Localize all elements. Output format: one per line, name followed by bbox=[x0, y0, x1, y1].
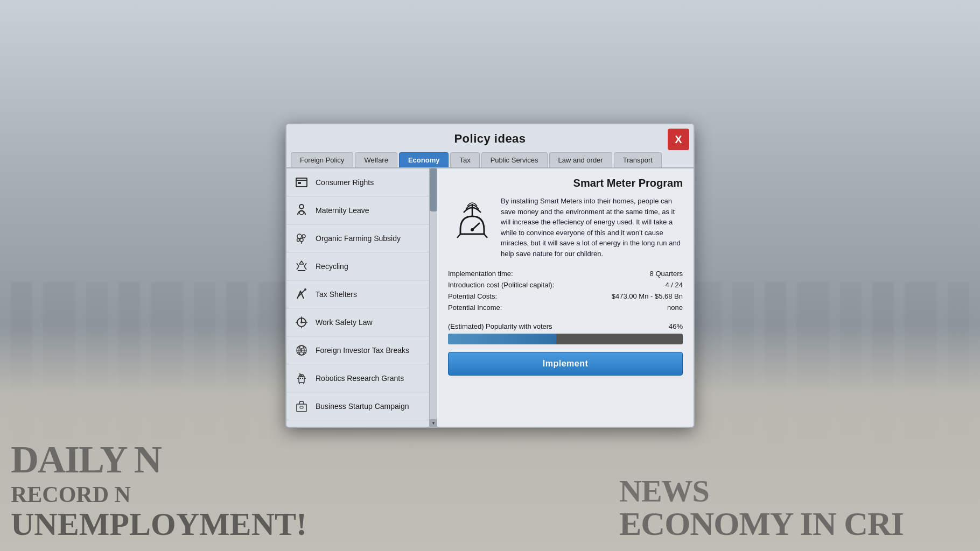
svg-rect-14 bbox=[299, 376, 304, 383]
tab-tax[interactable]: Tax bbox=[450, 152, 479, 167]
potential-costs-value: $473.00 Mn - $5.68 Bn bbox=[612, 292, 683, 300]
svg-point-4 bbox=[297, 234, 302, 238]
detail-description: By installing Smart Meters into their ho… bbox=[501, 196, 683, 259]
robotics-grants-icon: $ bbox=[293, 370, 310, 387]
scrollbar-thumb[interactable] bbox=[430, 168, 437, 211]
modal-overlay: Policy ideas X Foreign Policy Welfare Ec… bbox=[0, 0, 980, 551]
svg-rect-17 bbox=[300, 378, 301, 379]
introduction-cost-label: Introduction cost (Political capital): bbox=[448, 281, 554, 289]
svg-point-27 bbox=[471, 228, 474, 231]
modal-title-bar: Policy ideas X bbox=[286, 124, 694, 150]
close-button[interactable]: X bbox=[668, 129, 689, 150]
tab-foreign-policy[interactable]: Foreign Policy bbox=[291, 152, 353, 167]
policy-item-foreign-investor[interactable]: $ Foreign Investor Tax Breaks bbox=[286, 336, 437, 364]
stat-potential-income: Potential Income: none bbox=[448, 303, 683, 312]
tab-economy[interactable]: Economy bbox=[399, 152, 449, 167]
policy-ideas-modal: Policy ideas X Foreign Policy Welfare Ec… bbox=[285, 123, 695, 428]
tab-welfare[interactable]: Welfare bbox=[355, 152, 397, 167]
popularity-progress-bar bbox=[448, 334, 683, 344]
work-safety-icon bbox=[293, 314, 310, 331]
detail-panel: Smart Meter Program bbox=[437, 168, 694, 427]
policy-item-national-business[interactable]: National Business Council bbox=[286, 420, 437, 427]
potential-income-label: Potential Income: bbox=[448, 303, 502, 312]
foreign-investor-label: Foreign Investor Tax Breaks bbox=[316, 346, 409, 355]
recycling-label: Recycling bbox=[316, 262, 348, 271]
stat-implementation-time: Implementation time: 8 Quarters bbox=[448, 270, 683, 278]
popularity-progress-fill bbox=[448, 334, 556, 344]
svg-point-7 bbox=[297, 238, 300, 241]
foreign-investor-icon: $ bbox=[293, 342, 310, 359]
tab-public-services[interactable]: Public Services bbox=[481, 152, 548, 167]
policy-item-recycling[interactable]: Recycling bbox=[286, 252, 437, 280]
svg-rect-21 bbox=[300, 406, 303, 408]
popularity-percent: 46% bbox=[669, 322, 683, 330]
svg-rect-1 bbox=[298, 182, 301, 184]
policy-item-work-safety[interactable]: Work Safety Law bbox=[286, 308, 437, 336]
stat-potential-costs: Potential Costs: $473.00 Mn - $5.68 Bn bbox=[448, 292, 683, 300]
svg-rect-18 bbox=[302, 378, 303, 379]
svg-point-6 bbox=[300, 238, 303, 242]
policy-item-robotics-grants[interactable]: $ Robotics Research Grants bbox=[286, 364, 437, 392]
svg-point-2 bbox=[299, 204, 304, 209]
maternity-leave-icon bbox=[293, 202, 310, 219]
svg-point-16 bbox=[301, 375, 302, 376]
maternity-leave-label: Maternity Leave bbox=[316, 206, 369, 215]
introduction-cost-value: 4 / 24 bbox=[665, 281, 683, 289]
popularity-text: (Estimated) Popularity with voters bbox=[448, 322, 552, 330]
svg-rect-20 bbox=[297, 404, 306, 412]
business-startup-label: Business Startup Campaign bbox=[316, 402, 409, 411]
tab-law-and-order[interactable]: Law and order bbox=[549, 152, 612, 167]
svg-point-10 bbox=[300, 321, 303, 323]
recycling-icon bbox=[293, 258, 310, 275]
scrollbar-track[interactable]: ▲ ▼ bbox=[429, 168, 437, 427]
svg-point-8 bbox=[304, 288, 306, 291]
implementation-time-label: Implementation time: bbox=[448, 270, 513, 278]
detail-smart-meter-icon bbox=[448, 196, 496, 244]
consumer-rights-icon bbox=[293, 174, 310, 191]
consumer-rights-label: Consumer Rights bbox=[316, 178, 374, 187]
detail-title: Smart Meter Program bbox=[448, 177, 683, 189]
stat-introduction-cost: Introduction cost (Political capital): 4… bbox=[448, 281, 683, 289]
policy-item-organic-farming[interactable]: Organic Farming Subsidy bbox=[286, 224, 437, 252]
organic-farming-label: Organic Farming Subsidy bbox=[316, 234, 401, 243]
detail-stats: Implementation time: 8 Quarters Introduc… bbox=[448, 265, 683, 312]
national-business-icon bbox=[293, 426, 310, 427]
policy-item-tax-shelters[interactable]: Tax Shelters bbox=[286, 280, 437, 308]
scrollbar-down[interactable]: ▼ bbox=[430, 419, 437, 427]
implementation-time-value: 8 Quarters bbox=[650, 270, 683, 278]
robotics-grants-label: Robotics Research Grants bbox=[316, 374, 404, 383]
svg-text:$: $ bbox=[299, 372, 301, 376]
business-startup-icon bbox=[293, 398, 310, 415]
implement-button[interactable]: Implement bbox=[448, 352, 683, 376]
policy-item-consumer-rights[interactable]: Consumer Rights bbox=[286, 168, 437, 196]
svg-point-5 bbox=[302, 235, 305, 238]
tabs-bar: Foreign Policy Welfare Economy Tax Publi… bbox=[286, 150, 694, 168]
policy-item-business-startup[interactable]: Business Startup Campaign bbox=[286, 392, 437, 420]
popularity-label: (Estimated) Popularity with voters 46% bbox=[448, 322, 683, 330]
tax-shelters-label: Tax Shelters bbox=[316, 290, 357, 299]
svg-text:$: $ bbox=[300, 348, 303, 353]
modal-body: ▲ ▼ Consumer Rights bbox=[286, 168, 694, 427]
tax-shelters-icon bbox=[293, 286, 310, 303]
policy-list-panel: ▲ ▼ Consumer Rights bbox=[286, 168, 437, 427]
modal-title: Policy ideas bbox=[454, 132, 526, 145]
potential-costs-label: Potential Costs: bbox=[448, 292, 497, 300]
potential-income-value: none bbox=[667, 303, 683, 312]
work-safety-label: Work Safety Law bbox=[316, 318, 373, 327]
popularity-section: (Estimated) Popularity with voters 46% bbox=[448, 318, 683, 344]
tab-transport[interactable]: Transport bbox=[614, 152, 662, 167]
organic-farming-icon bbox=[293, 230, 310, 247]
policy-item-maternity-leave[interactable]: Maternity Leave bbox=[286, 196, 437, 224]
detail-icon-area: By installing Smart Meters into their ho… bbox=[448, 196, 683, 259]
